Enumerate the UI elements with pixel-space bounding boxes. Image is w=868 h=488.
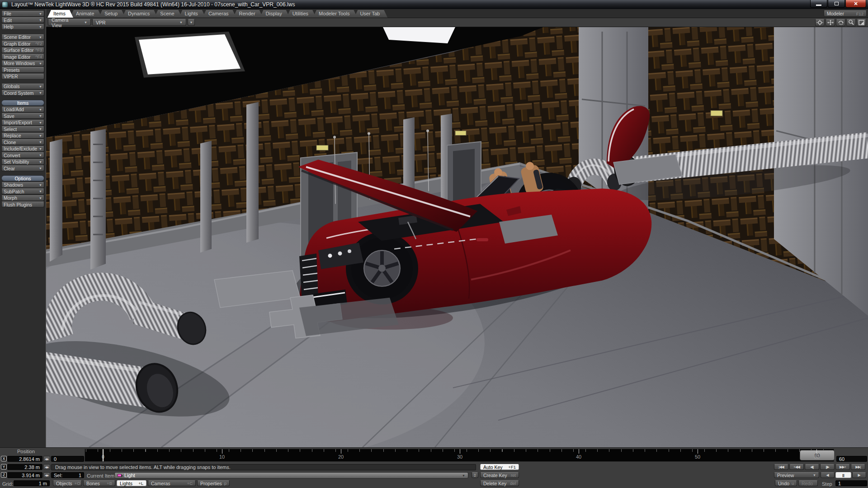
sidebar-button-load-add[interactable]: Load/Add▼ (1, 107, 44, 113)
play-reverse-button[interactable]: ◀ (821, 472, 835, 478)
titlebar[interactable]: Layout™ NewTek LightWave 3D ® HC Rev 201… (0, 0, 868, 9)
tab[interactable]: Dynamics (122, 10, 157, 18)
sidebar-button-globals[interactable]: Globals▼ (1, 84, 44, 89)
transport-button[interactable]: ||▶ (820, 464, 835, 470)
redo-button[interactable]: Redo (798, 480, 818, 486)
item-type-button[interactable]: Cameras+C (148, 480, 196, 486)
current-frame-field[interactable]: 0 (51, 456, 84, 462)
grid-size-field[interactable]: 1 m (14, 480, 50, 486)
sidebar-button-more-windows[interactable]: More Windows▼ (1, 61, 44, 66)
current-frame-marker[interactable] (103, 449, 104, 461)
sidebar-button-presets[interactable]: Presets (1, 67, 44, 73)
sidebar-button-surface-editor[interactable]: Surface Editor^F3 (1, 47, 44, 53)
nudge-z[interactable]: ◀▶ (43, 472, 50, 478)
tab[interactable]: Setup (99, 10, 125, 18)
restore-button[interactable] (828, 0, 845, 8)
sidebar-button-morph[interactable]: Morph▼ (1, 195, 44, 201)
tab[interactable]: Display (260, 10, 290, 18)
transport-button[interactable]: ▶▶+ (835, 464, 850, 470)
item-type-button[interactable]: Lights+L (117, 480, 146, 486)
nudge-y[interactable]: ◀▶ (43, 464, 50, 470)
sidebar-button-coord-system[interactable]: Coord System▼ (1, 90, 44, 96)
item-properties-mini-button[interactable]: ▯ (472, 472, 478, 478)
sidebar-button-clear[interactable]: Clear▼ (1, 165, 44, 171)
tab[interactable]: Items (47, 10, 73, 18)
warning-sign (455, 131, 466, 136)
center-item-button[interactable] (815, 19, 825, 26)
nudge-x[interactable]: ◀▶ (43, 456, 50, 462)
render-mode-dropdown[interactable]: VPR ▼ (92, 19, 186, 26)
sidebar-button-import-export[interactable]: Import/Export▼ (1, 120, 44, 126)
viewport-options-dropdown[interactable]: ▼ (188, 19, 195, 26)
auto-key-button[interactable]: Auto Key +F1 (480, 464, 519, 470)
axis-x-button[interactable]: X (1, 456, 7, 461)
sidebar-button-save[interactable]: Save▼ (1, 113, 44, 119)
view-toolbar: Camera View ▼ VPR ▼ ▼ (46, 18, 868, 27)
sidebar-button-set-visibility[interactable]: Set Visibility▼ (1, 159, 44, 165)
transport-button[interactable]: |◀◀ (774, 464, 788, 470)
tab[interactable]: Modeler Tools (313, 10, 357, 18)
modeler-button[interactable]: Modeler F12 (824, 10, 867, 17)
tab[interactable]: User Tab (354, 10, 387, 18)
item-type-button[interactable]: Bones+B (83, 480, 115, 486)
tab[interactable]: Scene (154, 10, 182, 18)
sidebar-button-help[interactable]: Help▼ (1, 24, 44, 30)
play-forward-button[interactable]: ▶ (852, 472, 866, 478)
transport-button[interactable]: ◀|| (805, 464, 819, 470)
tab[interactable]: Animate (70, 10, 102, 18)
sidebar-button-scene-editor[interactable]: Scene Editor▼ (1, 34, 44, 40)
sidebar-button-graph-editor[interactable]: Graph Editor^F2 (1, 41, 44, 47)
close-button[interactable]: ✕ (845, 0, 866, 8)
sidebar-button-select[interactable]: Select▼ (1, 126, 44, 132)
tab[interactable]: Render (233, 10, 263, 18)
sidebar-button-flush-plugins[interactable]: Flush Plugins (1, 202, 44, 207)
sidebar-button-image-editor[interactable]: Image Editor^F4 (1, 54, 44, 60)
tab[interactable]: Lights (179, 10, 206, 18)
sidebar-button-label: Presets (4, 67, 20, 73)
undo-button[interactable]: Undo u (775, 480, 797, 486)
axis-y-button[interactable]: Y (1, 464, 7, 469)
sidebar-button-file[interactable]: File▼ (1, 11, 44, 17)
sidebar-button-subpatch[interactable]: SubPatch▼ (1, 188, 44, 194)
viewport-3d[interactable] (46, 27, 868, 447)
light-gizmo-icon (118, 474, 122, 477)
maximize-viewport-button[interactable] (857, 19, 866, 26)
create-key-button[interactable]: Create Key ret (480, 472, 519, 478)
pause-button[interactable]: || (835, 472, 851, 478)
sidebar-button-label: Scene Editor (4, 34, 31, 40)
view-mode-dropdown[interactable]: Camera View ▼ (48, 19, 91, 26)
position-z-field[interactable]: 3.914 m (7, 472, 42, 478)
chevron-down-icon: ▼ (39, 141, 42, 144)
chevron-down-icon: ▼ (39, 197, 42, 200)
sidebar-button-label: Help (4, 24, 14, 29)
end-frame-field[interactable]: 60 (836, 456, 867, 462)
transport-button[interactable]: ▶▶| (851, 464, 865, 470)
sidebar-button-convert[interactable]: Convert▼ (1, 152, 44, 158)
current-item-dropdown[interactable]: Light ▼ (114, 472, 468, 479)
tab[interactable]: Cameras (203, 10, 236, 18)
sidebar-button-clone[interactable]: Clone▼ (1, 139, 44, 145)
move-view-button[interactable] (826, 19, 835, 26)
rotate-view-button[interactable] (836, 19, 845, 26)
sidebar-button-include-exclude[interactable]: Include/Exclude▼ (1, 146, 44, 152)
undo-shortcut: u (789, 481, 794, 486)
preview-dropdown[interactable]: Preview ▼ (774, 472, 819, 478)
tab[interactable]: Utilities (287, 10, 316, 18)
transport-button[interactable]: +◀◀ (789, 464, 804, 470)
sidebar-button-replace[interactable]: Replace▼ (1, 133, 44, 139)
position-x-field[interactable]: 2.8614 m (7, 456, 42, 462)
item-type-buttons: Objects+O Bones+B Lights+L Cameras+C Pro… (53, 480, 230, 486)
step-field[interactable]: 1 (835, 480, 867, 486)
delete-key-button[interactable]: Delete Key del (480, 480, 519, 486)
axis-z-button[interactable]: Z (1, 472, 7, 478)
minimize-button[interactable] (810, 0, 827, 8)
sidebar-button-viper[interactable]: VIPER (1, 74, 44, 80)
move-icon (827, 20, 834, 25)
zoom-view-button[interactable] (846, 19, 856, 26)
item-type-button[interactable]: Objects+O (53, 480, 82, 486)
item-type-button[interactable]: Propertiesp (197, 480, 230, 486)
position-y-field[interactable]: 2.38 m (7, 464, 42, 470)
sidebar-button-shadows[interactable]: Shadows▼ (1, 182, 44, 188)
timeline-ruler[interactable]: 60 0102030405060 (85, 449, 834, 462)
sidebar-button-edit[interactable]: Edit▼ (1, 17, 44, 23)
